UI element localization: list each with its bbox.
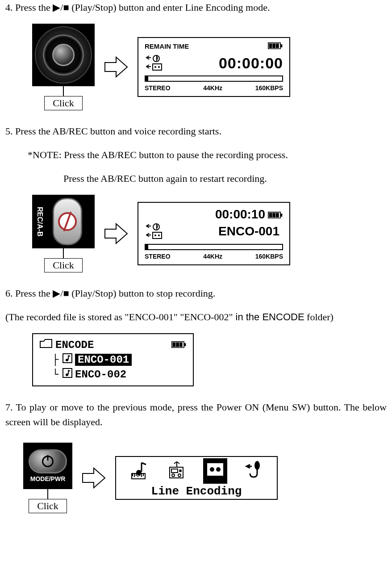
- khz-label: 44KHz: [203, 84, 222, 92]
- step5-note: *NOTE: Press the AB/REC button to pause …: [5, 147, 387, 162]
- svg-rect-3: [272, 43, 275, 48]
- arrow-icon: [103, 54, 129, 80]
- svg-rect-1: [280, 44, 282, 47]
- fm-mode-icon: [166, 460, 187, 484]
- battery-icon: [268, 207, 283, 222]
- svg-point-27: [136, 470, 142, 475]
- file-2-name: ENCO-002: [75, 368, 126, 381]
- folder-name: ENCODE: [55, 339, 94, 351]
- svg-rect-21: [176, 342, 179, 347]
- rec-time-value: 00:00:10: [215, 207, 265, 222]
- stereo-label: STEREO: [145, 84, 171, 92]
- svg-point-33: [178, 474, 181, 477]
- svg-point-8: [158, 66, 160, 68]
- voice-mode-icon: [244, 460, 264, 484]
- mic-cassette-icon: [145, 222, 164, 241]
- mode-title: Line Encoding: [121, 484, 272, 498]
- lcd-remain-time: REMAIN TIME 00:00:00: [138, 37, 290, 97]
- music-note-icon: [63, 353, 72, 366]
- svg-point-7: [154, 66, 156, 68]
- lcd-recording: 00:00:10 ENCO-001: [138, 202, 290, 265]
- folder-icon: [39, 339, 53, 352]
- svg-rect-30: [171, 469, 178, 473]
- click-label-3: Click: [29, 499, 67, 513]
- battery-icon: [171, 339, 187, 351]
- step6-line1: 6. Press the ▶/■ (Play/Stop) button to s…: [5, 286, 387, 301]
- svg-rect-22: [179, 342, 183, 347]
- svg-rect-25: [63, 368, 72, 377]
- click-label-1: Click: [44, 96, 83, 110]
- kbps-label: 160KBPS: [255, 253, 283, 260]
- mode-pwr-label: MODE/PWR: [30, 475, 66, 482]
- step7-text: 7. To play or move to the previous mode,…: [5, 400, 387, 429]
- step5-text: 5. Press the AB/REC button and voice rec…: [5, 124, 387, 138]
- svg-rect-20: [173, 342, 176, 347]
- step6-line2: (The recorded file is stored as "ENCO-00…: [5, 310, 387, 324]
- rec-ab-side-label: REC/A-B: [36, 197, 44, 246]
- line-encoding-mode-icon: [203, 458, 227, 484]
- svg-point-31: [179, 469, 182, 472]
- svg-rect-11: [269, 213, 272, 217]
- svg-rect-12: [272, 213, 275, 217]
- svg-rect-13: [276, 213, 279, 217]
- battery-icon: [268, 42, 283, 50]
- mode-menu-screen: Line Encoding: [115, 456, 278, 500]
- kbps-label: 160KBPS: [255, 84, 283, 92]
- svg-rect-6: [153, 64, 162, 70]
- svg-point-24: [66, 359, 68, 361]
- svg-point-16: [154, 234, 156, 236]
- music-note-icon: [63, 368, 72, 381]
- svg-point-38: [254, 461, 260, 470]
- step5-note2: Press the AB/REC button again to restart…: [5, 171, 387, 186]
- svg-point-17: [158, 234, 160, 236]
- remain-time-label: REMAIN TIME: [145, 42, 189, 50]
- svg-rect-23: [63, 354, 72, 363]
- rec-ab-button-image: REC/A-B: [32, 195, 95, 248]
- play-stop-knob-image: [32, 24, 95, 86]
- stereo-label: STEREO: [145, 253, 171, 260]
- lcd-time-value: 00:00:00: [219, 54, 283, 72]
- mic-cassette-icon: [145, 53, 164, 73]
- svg-rect-10: [280, 214, 282, 217]
- svg-rect-15: [153, 232, 162, 239]
- svg-point-32: [172, 474, 175, 477]
- step4-text: 4. Press the ▶/■ (Play/Stop) button and …: [5, 0, 387, 15]
- arrow-icon: [80, 465, 107, 491]
- progress-bar: [145, 244, 283, 250]
- mode-pwr-button-image: MODE/PWR: [23, 443, 72, 489]
- svg-point-36: [216, 467, 221, 472]
- svg-rect-4: [276, 43, 279, 48]
- rec-file-value: ENCO-001: [218, 224, 283, 239]
- music-mode-icon: [129, 460, 150, 484]
- file-1-name: ENCO-001: [75, 354, 132, 366]
- progress-bar: [145, 75, 283, 82]
- encode-folder-screen: ENCODE ├ ENCO-001 └ ENCO-002: [32, 333, 194, 386]
- svg-rect-19: [184, 343, 186, 346]
- svg-point-35: [210, 467, 214, 472]
- svg-point-26: [66, 373, 68, 376]
- svg-rect-2: [269, 43, 272, 48]
- khz-label: 44KHz: [203, 253, 222, 260]
- arrow-icon: [103, 220, 129, 247]
- click-label-2: Click: [44, 258, 83, 272]
